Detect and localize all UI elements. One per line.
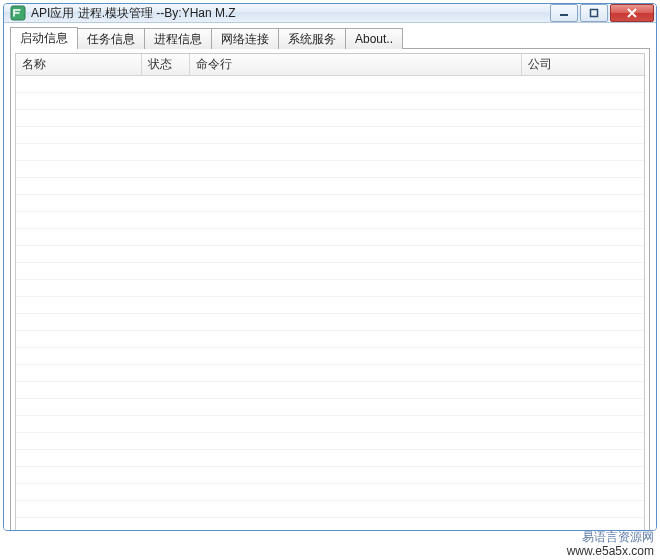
window-controls [550, 4, 654, 22]
list-row [16, 161, 644, 178]
list-row [16, 467, 644, 484]
listview[interactable]: 名称状态命令行公司 [15, 53, 645, 531]
list-row [16, 382, 644, 399]
list-row [16, 178, 644, 195]
main-window: API应用 进程.模块管理 --By:YHan M.Z 启动信息任务信息进程信息… [3, 3, 657, 531]
column-header-2[interactable]: 命令行 [190, 54, 522, 75]
list-row [16, 518, 644, 531]
list-row [16, 433, 644, 450]
list-row [16, 399, 644, 416]
tab-1[interactable]: 任务信息 [77, 28, 145, 49]
tab-bar: 启动信息任务信息进程信息网络连接系统服务About.. [10, 27, 650, 49]
column-header-3[interactable]: 公司 [522, 54, 638, 75]
minimize-button[interactable] [550, 4, 578, 22]
app-icon [10, 5, 26, 21]
svg-rect-2 [591, 10, 598, 17]
tab-5[interactable]: About.. [345, 28, 403, 49]
watermark-url: www.e5a5x.com [567, 544, 654, 558]
list-row [16, 76, 644, 93]
list-row [16, 127, 644, 144]
tab-0[interactable]: 启动信息 [10, 27, 78, 49]
list-row [16, 297, 644, 314]
watermark: 易语言资源网 www.e5a5x.com [567, 530, 654, 558]
listview-header: 名称状态命令行公司 [16, 54, 644, 76]
list-row [16, 110, 644, 127]
column-header-1[interactable]: 状态 [142, 54, 190, 75]
watermark-line1: 易语言资源网 [567, 530, 654, 544]
list-row [16, 144, 644, 161]
list-row [16, 246, 644, 263]
list-row [16, 195, 644, 212]
list-row [16, 280, 644, 297]
list-row [16, 501, 644, 518]
list-row [16, 450, 644, 467]
window-title: API应用 进程.模块管理 --By:YHan M.Z [31, 5, 550, 22]
list-row [16, 331, 644, 348]
tab-2[interactable]: 进程信息 [144, 28, 212, 49]
list-row [16, 484, 644, 501]
tab-content: 名称状态命令行公司 [10, 48, 650, 531]
list-row [16, 314, 644, 331]
list-row [16, 365, 644, 382]
list-row [16, 416, 644, 433]
list-row [16, 263, 644, 280]
list-row [16, 212, 644, 229]
tab-3[interactable]: 网络连接 [211, 28, 279, 49]
listview-body[interactable] [16, 76, 644, 531]
list-row [16, 229, 644, 246]
list-row [16, 348, 644, 365]
maximize-button[interactable] [580, 4, 608, 22]
column-header-0[interactable]: 名称 [16, 54, 142, 75]
titlebar[interactable]: API应用 进程.模块管理 --By:YHan M.Z [4, 4, 656, 23]
list-row [16, 93, 644, 110]
client-area: 启动信息任务信息进程信息网络连接系统服务About.. 名称状态命令行公司 [4, 23, 656, 531]
tab-4[interactable]: 系统服务 [278, 28, 346, 49]
close-button[interactable] [610, 4, 654, 22]
